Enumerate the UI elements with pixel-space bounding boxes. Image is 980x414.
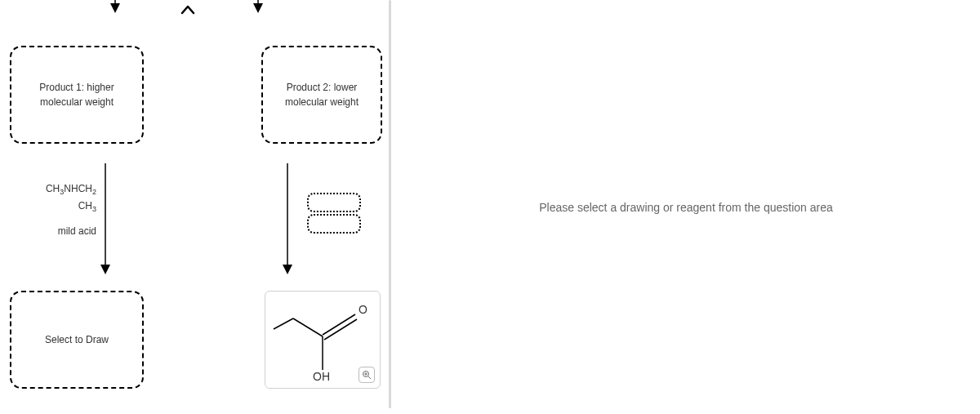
arrow-product2-down — [245, 0, 384, 327]
magnifier-icon — [362, 370, 372, 380]
pane-divider — [389, 0, 391, 408]
svg-line-7 — [324, 319, 357, 340]
svg-line-4 — [293, 318, 323, 336]
reagent-label: CH3NHCH2 CH3 mild acid — [15, 181, 96, 238]
svg-line-5 — [274, 318, 293, 329]
reagent-slot-2[interactable] — [307, 214, 361, 234]
arrow-product1-to-draw — [0, 0, 163, 327]
reagent-condition: mild acid — [15, 224, 96, 238]
zoom-molecule-button[interactable] — [359, 367, 375, 383]
instruction-text: Please select a drawing or reagent from … — [539, 201, 833, 214]
molecule-structure[interactable]: O OH — [265, 291, 381, 389]
question-area: Product 1: higher molecular weight Produ… — [0, 0, 389, 414]
answer-area: Please select a drawing or reagent from … — [392, 0, 980, 414]
svg-line-6 — [323, 314, 355, 335]
svg-line-10 — [368, 376, 371, 379]
select-to-draw-label: Select to Draw — [45, 332, 109, 347]
collapse-caret-button[interactable] — [178, 0, 198, 20]
reagent-slot-1[interactable] — [307, 193, 361, 212]
chevron-up-icon — [178, 0, 198, 20]
atom-label-oh: OH — [313, 370, 330, 383]
atom-label-o: O — [359, 303, 368, 316]
select-to-draw-dropzone[interactable]: Select to Draw — [10, 291, 144, 389]
